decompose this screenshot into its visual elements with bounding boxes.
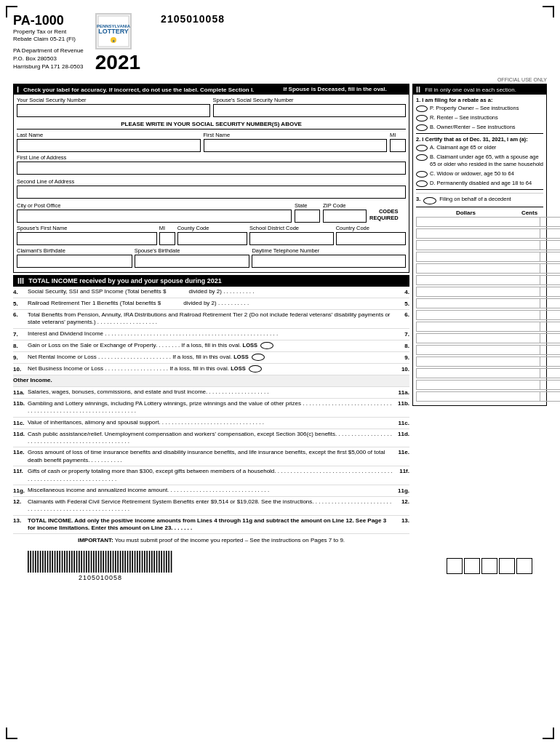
phone-input[interactable] [252, 255, 406, 268]
loss-oval-10[interactable] [249, 365, 262, 372]
radio-P[interactable] [416, 105, 428, 112]
spouse-ssn-input[interactable] [213, 104, 407, 117]
cents-input-11[interactable] [540, 333, 560, 343]
row-11f-num: 11f. [13, 468, 28, 474]
radio-C[interactable] [416, 171, 428, 178]
mi-input[interactable] [390, 139, 406, 152]
form-id-block: 2105010058 [146, 13, 547, 25]
cents-label: Cents [516, 210, 543, 216]
section-ii-box: II Fill in only one oval in each section… [412, 84, 547, 406]
small-box-1 [447, 558, 463, 574]
mi2-input[interactable] [159, 232, 175, 245]
dollars-input-15[interactable] [416, 380, 540, 390]
dollars-input-14[interactable] [416, 368, 540, 378]
state-input[interactable] [295, 210, 320, 223]
mi2-label: MI [159, 225, 175, 231]
svg-rect-35 [100, 551, 102, 573]
dollars-input-1[interactable] [416, 228, 540, 239]
country-group: Country Code [336, 225, 406, 245]
last-name-input[interactable] [17, 139, 201, 152]
radio-R[interactable] [416, 115, 428, 121]
spouse-birth-input[interactable] [135, 255, 250, 268]
first-name-group: First Name [204, 132, 388, 152]
radio-D[interactable] [416, 180, 428, 187]
dollars-input-8[interactable] [416, 298, 540, 308]
cents-input-10[interactable] [540, 322, 560, 332]
deceased-oval[interactable] [389, 86, 405, 93]
cents-input-16[interactable] [540, 391, 560, 402]
row-8-num: 8. [13, 343, 28, 349]
cents-input-4[interactable] [540, 263, 560, 274]
dollars-input-4[interactable] [416, 263, 540, 274]
spouse-birth-group: Spouse's Birthdate [135, 247, 250, 268]
small-box-2 [464, 558, 480, 574]
dollars-input-13[interactable] [416, 356, 540, 367]
q2-option-C: C. Widow or widower, age 50 to 64 [416, 170, 543, 178]
cents-input-9[interactable] [540, 310, 560, 320]
section-ii-divider-1 [416, 133, 543, 134]
loss-oval-9[interactable] [252, 354, 265, 361]
cents-input-14[interactable] [540, 368, 560, 378]
dollars-input-0[interactable] [416, 217, 540, 227]
row-13-text: TOTAL INCOME. Add only the positive inco… [28, 517, 393, 533]
corner-mark-br [543, 728, 554, 739]
dollars-input-6[interactable] [416, 287, 540, 297]
dc-row-11a. [416, 298, 543, 308]
radio-B[interactable] [416, 124, 428, 131]
cents-input-15[interactable] [540, 380, 560, 390]
svg-rect-44 [122, 551, 124, 573]
income-row-8: 8. Gain or Loss on the Sale or Exchange … [13, 340, 409, 352]
official-use-label: OFFICIAL USE ONLY [13, 77, 547, 82]
dc-row-11e. [416, 345, 543, 355]
city-state-zip-row: City or Post Office State ZIP Code [17, 202, 406, 223]
dollars-input-12[interactable] [416, 345, 540, 355]
spouse-first-input[interactable] [17, 232, 157, 245]
dollars-input-5[interactable] [416, 275, 540, 285]
svg-rect-27 [81, 551, 82, 573]
filing-oval[interactable] [423, 197, 436, 204]
cents-input-3[interactable] [540, 252, 560, 262]
cents-input-5[interactable] [540, 275, 560, 285]
q1-option-B: B. Owner/Renter – See instructions [416, 124, 543, 131]
loss-oval-8[interactable] [260, 342, 273, 349]
first-address-section: First Line of Address [17, 154, 406, 177]
cents-input-2[interactable] [540, 240, 560, 250]
row-11d-linenum: 11d. [393, 431, 409, 437]
cents-input-0[interactable] [540, 217, 560, 227]
dollars-input-16[interactable] [416, 391, 540, 402]
svg-rect-42 [117, 551, 119, 573]
city-input[interactable] [17, 210, 292, 223]
row-11e-linenum: 11e. [393, 449, 409, 455]
q1-option-R: R. Renter – See instructions [416, 114, 543, 121]
dollars-input-11[interactable] [416, 333, 540, 343]
zip-input[interactable] [323, 210, 367, 223]
row-6-num: 6. [13, 311, 28, 318]
cents-input-8[interactable] [540, 298, 560, 308]
cents-input-13[interactable] [540, 356, 560, 367]
cents-input-6[interactable] [540, 287, 560, 297]
radio-A[interactable] [416, 145, 428, 151]
section-iii-header: III TOTAL INCOME received by you and you… [13, 275, 409, 287]
country-input[interactable] [336, 232, 406, 245]
svg-rect-41 [115, 551, 116, 573]
school-input[interactable] [249, 232, 334, 245]
spouse-ssn-label: Spouse's Social Security Number [213, 97, 407, 103]
county-input[interactable] [177, 232, 247, 245]
row-12-text: Claimants with Federal Civil Service Ret… [28, 498, 393, 514]
row-13-linenum: 13. [393, 517, 409, 524]
cents-input-12[interactable] [540, 345, 560, 355]
second-address-input[interactable] [17, 186, 406, 199]
dollars-input-2[interactable] [416, 240, 540, 250]
first-name-input[interactable] [204, 139, 388, 152]
claimant-birth-input[interactable] [17, 255, 132, 268]
radio-B2[interactable] [416, 154, 428, 161]
logo-area: PENNSYLVANIA LOTTERY ★ 2021 [95, 13, 140, 74]
first-address-input[interactable] [17, 162, 406, 175]
dollars-input-9[interactable] [416, 310, 540, 320]
dollars-input-10[interactable] [416, 322, 540, 332]
ssn-input[interactable] [17, 104, 210, 117]
section-i-header: I Check your label for accuracy. If inco… [14, 84, 409, 95]
cents-input-1[interactable] [540, 228, 560, 239]
dc-row-7. [416, 252, 543, 262]
dollars-input-3[interactable] [416, 252, 540, 262]
